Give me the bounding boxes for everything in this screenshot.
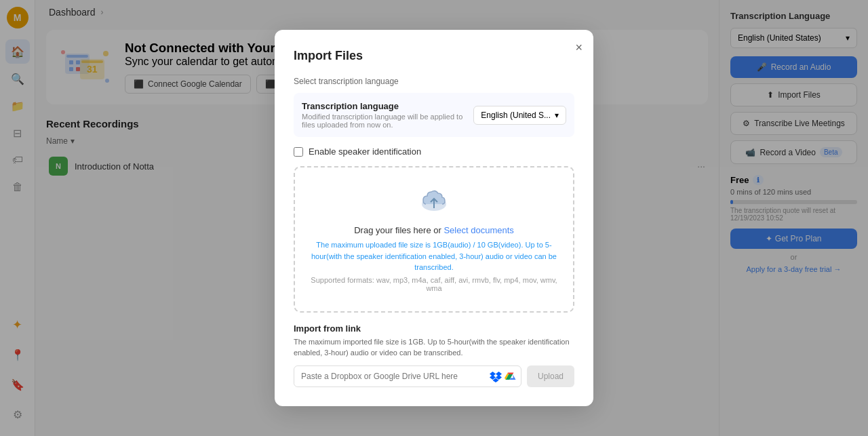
- import-link-sub: The maximum imported file size is 1GB. U…: [294, 336, 574, 359]
- modal-title: Import Files: [294, 49, 574, 63]
- import-files-modal: Import Files × Select transcription lang…: [275, 30, 593, 406]
- language-row: Transcription language Modified transcri…: [294, 93, 574, 137]
- url-row: Upload: [294, 365, 574, 387]
- dropbox-icon: [490, 370, 502, 382]
- drop-zone[interactable]: Drag your files here or Select documents…: [294, 166, 574, 313]
- url-input[interactable]: [294, 366, 486, 387]
- speaker-identification-row: Enable speaker identification: [294, 146, 574, 157]
- url-icons: [486, 370, 521, 382]
- speaker-id-label: Enable speaker identification: [309, 146, 421, 157]
- import-link-title: Import from link: [294, 323, 574, 334]
- modal-overlay[interactable]: Import Files × Select transcription lang…: [0, 0, 868, 436]
- transcription-language-label: Transcription language: [302, 101, 473, 111]
- transcription-language-sub: Modified transcription language will be …: [302, 113, 473, 129]
- language-row-left: Transcription language Modified transcri…: [302, 101, 473, 129]
- language-dropdown[interactable]: English (United S... ▾: [473, 106, 566, 125]
- dropdown-chevron-icon: ▾: [555, 111, 559, 120]
- select-documents-link[interactable]: Select documents: [443, 225, 513, 235]
- google-drive-icon: [505, 370, 517, 382]
- upload-button[interactable]: Upload: [527, 365, 574, 387]
- speaker-id-checkbox[interactable]: [294, 147, 303, 157]
- section-label: Select transcription language: [294, 77, 574, 86]
- upload-cloud-icon: [309, 186, 559, 220]
- language-value: English (United S...: [481, 111, 551, 120]
- modal-close-button[interactable]: ×: [575, 41, 583, 55]
- drop-formats: Supported formats: wav, mp3, m4a, caf, a…: [309, 276, 559, 292]
- drop-sub: The maximum uploaded file size is 1GB(au…: [309, 239, 559, 273]
- drop-text: Drag your files here or Select documents: [309, 225, 559, 235]
